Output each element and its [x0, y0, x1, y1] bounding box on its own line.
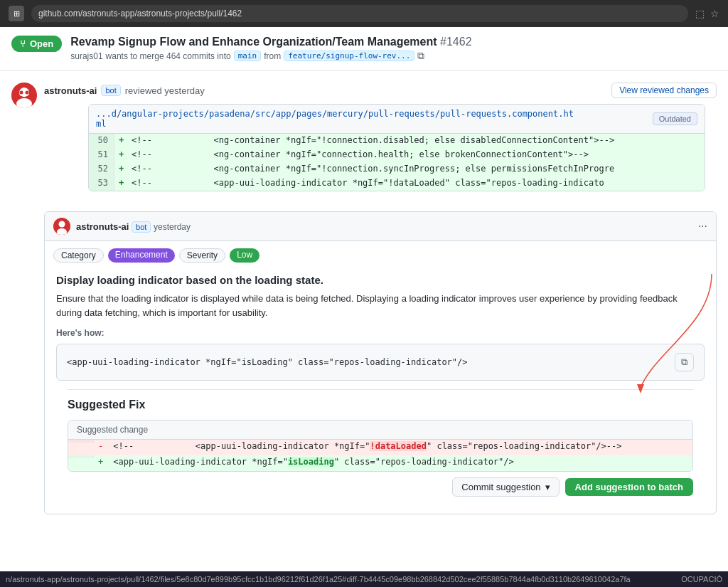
- comment-bot-badge: bot: [132, 221, 151, 233]
- line-num-52: 52: [89, 162, 114, 176]
- browser-bar: ⊞ github.com/astronuts-app/astronuts-pro…: [0, 0, 728, 27]
- svg-point-6: [59, 221, 65, 228]
- svg-point-3: [20, 91, 23, 95]
- comment-body-text: Ensure that the loading indicator is dis…: [56, 292, 705, 319]
- line-num-53: 53: [89, 176, 114, 191]
- suggested-change-header: Suggested change: [68, 421, 692, 440]
- diff-removed-line: - <!-- <app-uui-loading-indicator *ngIf=…: [68, 440, 692, 455]
- browser-logo: ⊞: [9, 6, 24, 21]
- comment-header: astronuts-ai bot yesterday ···: [45, 212, 716, 241]
- url-text: github.com/astronuts-app/astronuts-proje…: [38, 9, 242, 18]
- svg-point-4: [26, 91, 29, 95]
- diff-added-line: + <app-uui-loading-indicator *ngIf="isLo…: [68, 455, 692, 471]
- browser-actions: ⬚ ☆: [695, 8, 719, 19]
- reviewer-avatar: [11, 83, 37, 108]
- divider: [68, 389, 693, 390]
- comment-meta: astronuts-ai bot yesterday: [76, 221, 191, 232]
- view-reviewed-changes-button[interactable]: View reviewed changes: [611, 83, 717, 98]
- review-time: reviewed yesterday: [125, 85, 205, 96]
- suggestion-actions: Commit suggestion ▾ Add suggestion to ba…: [68, 472, 693, 497]
- pr-title-area: Revamp Signup Flow and Enhance Organizat…: [70, 36, 471, 62]
- suggested-change-block: Suggested change - <!-- <app-uui-loading…: [68, 420, 693, 472]
- reviewer-name: astronuts-ai: [44, 85, 97, 96]
- line-num-51: 51: [89, 148, 114, 162]
- review-header: astronuts-ai bot reviewed yesterday View…: [44, 83, 717, 98]
- diff-line-52: 52 + <!-- <ng-container *ngIf="!connecti…: [89, 162, 705, 176]
- diff-line-50: 50 + <!-- <ng-container *ngIf="!connecti…: [89, 134, 705, 148]
- comment-header-left: astronuts-ai bot yesterday: [53, 218, 191, 235]
- reviewer-bot-badge: bot: [101, 85, 120, 96]
- add-to-batch-button[interactable]: Add suggestion to batch: [565, 478, 693, 496]
- commit-suggestion-button[interactable]: Commit suggestion ▾: [452, 477, 559, 497]
- review-content: astronuts-ai bot reviewed yesterday View…: [44, 83, 717, 191]
- review-header-left: astronuts-ai bot reviewed yesterday: [44, 85, 205, 96]
- code-diff-block: ...d/angular-projects/pasadena/src/app/p…: [88, 104, 705, 191]
- copy-snippet-button[interactable]: ⧉: [675, 353, 694, 371]
- comment-body: Display loading indicator based on the l…: [45, 265, 716, 514]
- pr-status-label: Open: [30, 38, 53, 49]
- pr-status-badge: ⑂ Open: [11, 36, 62, 52]
- copy-icon[interactable]: ⧉: [417, 50, 424, 62]
- more-options-icon[interactable]: ···: [698, 220, 707, 233]
- suggested-fix-title: Suggested Fix: [68, 398, 693, 411]
- tag-enhancement: Enhancement: [108, 248, 175, 263]
- pr-title: Revamp Signup Flow and Enhance Organizat…: [70, 36, 471, 48]
- dropdown-chevron-icon[interactable]: ▾: [545, 482, 550, 492]
- head-branch-badge[interactable]: feature/signup-flow-rev...: [284, 51, 414, 61]
- pr-number: #1462: [440, 36, 472, 48]
- code-file-path: ...d/angular-projects/pasadena/src/app/p…: [96, 109, 574, 129]
- merge-icon: ⑂: [20, 38, 26, 49]
- code-snippet: <app-uui-loading-indicator *ngIf="isLoad…: [56, 344, 705, 381]
- suggested-fix-section: Suggested Fix Suggested change - <!-- <a…: [56, 398, 705, 505]
- share-icon[interactable]: ⬚: [695, 8, 705, 19]
- line-num-50: 50: [89, 134, 114, 148]
- tag-low: Low: [230, 248, 259, 263]
- comment-tags: Category Enhancement Severity Low: [45, 241, 716, 265]
- diff-line-53: 53 + <!-- <app-uui-loading-indicator *ng…: [89, 176, 705, 191]
- comment-author-name: astronuts-ai: [76, 221, 129, 232]
- diff-line-51: 51 + <!-- <ng-container *ngIf="connectio…: [89, 148, 705, 162]
- main-content: astronuts-ai bot reviewed yesterday View…: [0, 71, 728, 514]
- star-icon[interactable]: ☆: [710, 8, 719, 19]
- base-branch-badge[interactable]: main: [234, 51, 262, 61]
- review-section: astronuts-ai bot reviewed yesterday View…: [0, 71, 728, 203]
- url-bar[interactable]: github.com/astronuts-app/astronuts-proje…: [31, 5, 688, 22]
- comment-author-avatar: [53, 218, 70, 235]
- comment-time: yesterday: [154, 222, 191, 232]
- comment-block: astronuts-ai bot yesterday ··· Category …: [44, 211, 717, 514]
- comment-title: Display loading indicator based on the l…: [56, 274, 705, 286]
- pr-subtitle: surajs01 wants to merge 464 commits into…: [70, 50, 471, 62]
- pr-header: ⑂ Open Revamp Signup Flow and Enhance Or…: [0, 27, 728, 71]
- heres-how-label: Here's how:: [56, 328, 705, 338]
- snippet-code: <app-uui-loading-indicator *ngIf="isLoad…: [67, 357, 468, 367]
- code-file-header: ...d/angular-projects/pasadena/src/app/p…: [89, 105, 705, 134]
- pr-author: surajs01: [70, 51, 102, 61]
- tag-category: Category: [53, 248, 104, 263]
- outdated-badge: Outdated: [653, 112, 697, 125]
- tag-severity: Severity: [179, 248, 225, 263]
